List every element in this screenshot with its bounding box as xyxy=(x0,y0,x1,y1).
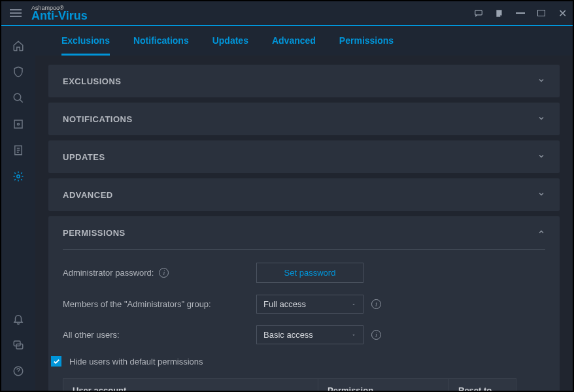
sidebar-item-notifications[interactable] xyxy=(1,306,35,332)
admins-group-label: Members of the "Administrators" group: xyxy=(63,299,256,309)
chevron-down-icon xyxy=(351,330,356,340)
section-updates: UPDATES xyxy=(48,140,560,173)
table-header: User account Permission Reset to default… xyxy=(63,379,516,391)
admin-password-label: Administrator password: i xyxy=(63,268,256,278)
select-value: Basic access xyxy=(263,330,313,340)
section-exclusions: EXCLUSIONS xyxy=(48,65,560,97)
select-value: Full access xyxy=(263,299,306,309)
window-maximize-icon[interactable] xyxy=(536,8,547,18)
chat-icon[interactable] xyxy=(473,8,484,18)
svg-rect-0 xyxy=(475,10,482,15)
chevron-down-icon xyxy=(537,75,545,87)
col-user-account: User account xyxy=(63,379,318,391)
hamburger-menu-icon[interactable] xyxy=(7,4,25,22)
section-header-advanced[interactable]: ADVANCED xyxy=(48,178,560,211)
section-title: ADVANCED xyxy=(63,190,113,200)
settings-content[interactable]: EXCLUSIONS NOTIFICATIONS UPDATES xyxy=(35,56,573,391)
label-text: Members of the "Administrators" group: xyxy=(63,299,211,309)
info-icon[interactable]: i xyxy=(371,299,381,309)
chevron-down-icon xyxy=(537,189,545,201)
set-password-button[interactable]: Set password xyxy=(256,263,363,283)
sidebar-item-feedback[interactable] xyxy=(1,332,35,358)
section-advanced: ADVANCED xyxy=(48,178,560,211)
label-text: All other users: xyxy=(63,330,120,340)
col-permission: Permission xyxy=(318,379,449,391)
titlebar-actions: ✕ xyxy=(473,8,567,18)
svg-point-1 xyxy=(14,93,21,101)
tab-notifications[interactable]: Notifications xyxy=(133,35,189,56)
other-users-select[interactable]: Basic access xyxy=(256,325,363,344)
section-notifications: NOTIFICATIONS xyxy=(48,103,560,135)
sidebar-item-logs[interactable] xyxy=(1,137,35,163)
settings-tabs: Exclusions Notifications Updates Advance… xyxy=(35,26,573,56)
hide-default-label: Hide users with default permissions xyxy=(69,357,203,367)
note-icon[interactable] xyxy=(494,8,505,18)
brand-block: Ashampoo® Anti-Virus xyxy=(31,5,88,22)
sidebar-item-settings[interactable] xyxy=(1,163,35,189)
section-header-permissions[interactable]: PERMISSIONS xyxy=(48,216,560,249)
chevron-down-icon xyxy=(351,299,356,309)
svg-point-3 xyxy=(18,123,20,125)
chevron-down-icon xyxy=(537,151,545,163)
admins-group-select[interactable]: Full access xyxy=(256,295,363,314)
permissions-table: User account Permission Reset to default… xyxy=(63,378,516,391)
row-admins-group: Members of the "Administrators" group: F… xyxy=(63,295,545,314)
chevron-down-icon xyxy=(537,113,545,125)
window-close-icon[interactable]: ✕ xyxy=(557,8,567,18)
section-permissions: PERMISSIONS Administrator password: i Se… xyxy=(48,216,560,391)
row-other-users: All other users: Basic access i xyxy=(63,325,545,344)
chevron-up-icon xyxy=(537,227,545,238)
sidebar-item-scan[interactable] xyxy=(1,85,35,111)
section-header-notifications[interactable]: NOTIFICATIONS xyxy=(48,103,560,135)
divider xyxy=(63,249,545,250)
tab-exclusions[interactable]: Exclusions xyxy=(61,35,110,56)
section-title: PERMISSIONS xyxy=(63,228,126,238)
sidebar-item-quarantine[interactable] xyxy=(1,111,35,137)
info-icon[interactable]: i xyxy=(371,330,381,340)
sidebar-item-home[interactable] xyxy=(1,33,35,59)
svg-rect-2 xyxy=(14,120,22,128)
brand-name: Anti-Virus xyxy=(31,10,88,22)
tab-permissions[interactable]: Permissions xyxy=(339,35,394,56)
other-users-label: All other users: xyxy=(63,330,256,340)
sidebar xyxy=(1,26,35,391)
label-text: Administrator password: xyxy=(63,268,154,278)
svg-point-5 xyxy=(17,175,20,178)
col-reset-defaults: Reset to defaults xyxy=(449,379,516,391)
sidebar-item-help[interactable] xyxy=(1,358,35,384)
window-minimize-icon[interactable] xyxy=(515,8,526,18)
section-title: UPDATES xyxy=(63,152,105,162)
tab-advanced[interactable]: Advanced xyxy=(272,35,316,56)
hide-default-checkbox[interactable] xyxy=(51,356,61,367)
section-title: EXCLUSIONS xyxy=(63,76,122,86)
tab-updates[interactable]: Updates xyxy=(212,35,248,56)
row-hide-default: Hide users with default permissions xyxy=(51,356,545,367)
info-icon[interactable]: i xyxy=(159,268,169,278)
section-header-updates[interactable]: UPDATES xyxy=(48,140,560,173)
row-admin-password: Administrator password: i Set password xyxy=(63,263,545,283)
sidebar-item-protection[interactable] xyxy=(1,59,35,85)
permissions-body: Administrator password: i Set password M… xyxy=(48,249,560,391)
section-header-exclusions[interactable]: EXCLUSIONS xyxy=(48,65,560,97)
section-title: NOTIFICATIONS xyxy=(63,114,133,124)
titlebar: Ashampoo® Anti-Virus ✕ xyxy=(1,1,573,26)
